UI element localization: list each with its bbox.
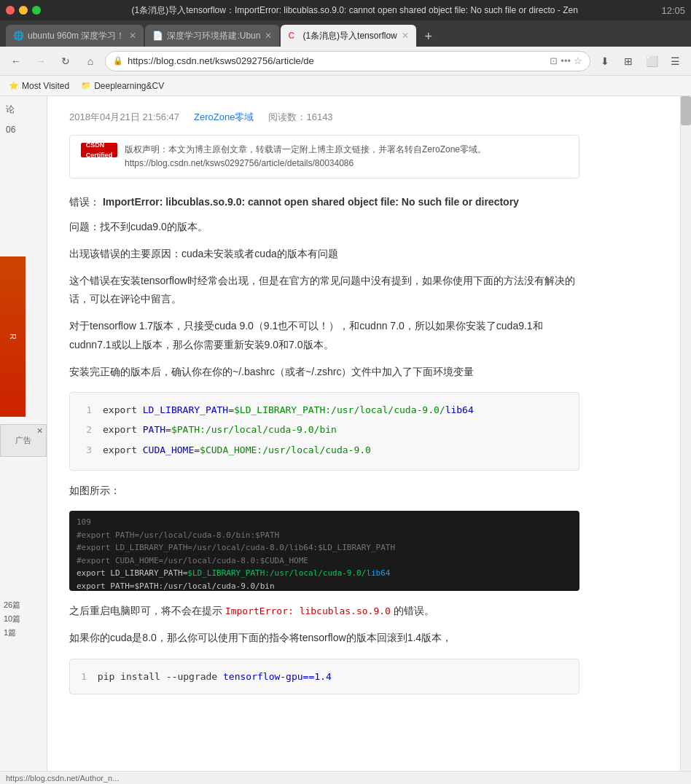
url-actions: ⊡ ••• ☆	[550, 55, 582, 66]
cause-paragraph: 出现该错误的主要原因：cuda未安装或者cuda的版本有问题	[69, 245, 579, 263]
code-line-2: 2 export PATH=$PATH:/usr/local/cuda-9.0/…	[81, 421, 568, 438]
sidebar-count-3: 1篇	[4, 627, 20, 638]
article-date: 2018年04月21日 21:56:47	[69, 111, 179, 124]
most-visited-icon: ⭐	[9, 81, 19, 90]
navbar-right-actions: ⬇ ⊞ ⬜ ☰	[595, 51, 685, 71]
sidebar-nav-element: R	[0, 256, 26, 417]
code-block-env: 1 export LD_LIBRARY_PATH=$LD_LIBRARY_PAT…	[69, 392, 579, 471]
minimize-button[interactable]	[19, 6, 28, 15]
url-bar[interactable]: 🔒 https://blog.csdn.net/ksws0292756/arti…	[105, 51, 590, 71]
copyright-text: 版权声明：本文为博主原创文章，转载请一定附上博主原文链接，并署名转自ZeroZo…	[125, 143, 568, 170]
code-line-content-1: export LD_LIBRARY_PATH=$LD_LIBRARY_PATH:…	[103, 401, 474, 418]
title-bar: (1条消息)导入tensorflow：ImportError: libcubla…	[0, 0, 691, 20]
tab-label-1: ubuntu 960m 深度学习！	[28, 30, 125, 42]
tab-label-2: 深度学习环境搭建:Ubun	[167, 30, 260, 42]
article-reads-label: 阅读数：16143	[268, 111, 332, 124]
csdn-logo: CSDNCertified	[81, 143, 117, 157]
content-area[interactable]: 2018年04月21日 21:56:47 ZeroZone零域 阅读数：1614…	[47, 96, 680, 784]
error-text: ImportError: libcublas.so.9.0: cannot op…	[103, 196, 519, 208]
code-line-content-3: export CUDA_HOME=$CUDA_HOME:/usr/local/c…	[103, 442, 371, 458]
ad-label: 广告	[15, 435, 31, 446]
para2: 对于tensorflow 1.7版本，只接受cuda 9.0（9.1也不可以！）…	[69, 317, 579, 353]
titlebar-time: 12:05	[661, 5, 685, 16]
copyright-box: CSDNCertified 版权声明：本文为博主原创文章，转载请一定附上博主原文…	[69, 135, 579, 179]
caption1: 如图所示：	[69, 482, 579, 500]
maximize-button[interactable]	[32, 6, 41, 15]
tab-deeplearning[interactable]: 📄 深度学习环境搭建:Ubun ✕	[145, 25, 279, 47]
tab-tensorflow[interactable]: C (1条消息)导入tensorflow ✕	[281, 25, 415, 47]
titlebar-actions: 12:05	[661, 5, 685, 16]
para4-end: 的错误。	[394, 605, 434, 616]
tab-label-3: (1条消息)导入tensorflow	[302, 30, 397, 42]
para1: 这个错误在安装tensorflow时经常会出现，但是在官方的常见问题中没有提到，…	[69, 272, 579, 308]
problem-label: 问题：找不到cuda9.0的版本。	[69, 221, 208, 232]
code-line-num-2: 2	[81, 421, 92, 438]
bottom-status-bar: https://blog.csdn.net/Author_n...	[0, 771, 691, 784]
tab-close-3[interactable]: ✕	[402, 31, 409, 41]
main-container: 论 06 R 广告 ✕ 26篇 10篇 1篇 is 1 2018年04月21日 …	[0, 96, 691, 784]
problem-paragraph: 问题：找不到cuda9.0的版本。	[69, 218, 579, 236]
tab-favicon-2: 📄	[152, 31, 163, 41]
code-line-1: 1 export LD_LIBRARY_PATH=$LD_LIBRARY_PAT…	[81, 401, 568, 418]
tab-close-2[interactable]: ✕	[265, 31, 272, 41]
article-reads-count: 16143	[306, 111, 332, 122]
menu-button[interactable]: ☰	[665, 51, 685, 71]
reader-icon[interactable]: ⊡	[550, 55, 558, 66]
most-visited-label: Most Visited	[22, 81, 69, 91]
refresh-button[interactable]: ↻	[55, 51, 76, 71]
article-author[interactable]: ZeroZone零域	[194, 111, 254, 124]
sidebar-nav-label: R	[9, 334, 17, 340]
scrollbar-thumb[interactable]	[681, 96, 691, 125]
folder-icon: 📁	[81, 81, 91, 90]
forward-button[interactable]: →	[31, 51, 51, 71]
code-line-content-2: export PATH=$PATH:/usr/local/cuda-9.0/bi…	[103, 421, 337, 438]
article-wrapper: 2018年04月21日 21:56:47 ZeroZone零域 阅读数：1614…	[47, 96, 601, 727]
pip-num: 1	[81, 668, 87, 685]
cause-label: 出现该错误的主要原因：cuda未安装或者cuda的版本有问题	[69, 248, 338, 259]
pip-line-1: 1 pip install --upgrade tensorflow-gpu==…	[81, 668, 568, 685]
tab-ubuntu[interactable]: 🌐 ubuntu 960m 深度学习！ ✕	[6, 25, 144, 47]
new-tab-button[interactable]: +	[418, 26, 440, 47]
more-icon[interactable]: •••	[561, 55, 571, 66]
sidebar-count-2: 10篇	[4, 614, 20, 624]
left-sidebar: 论 06 R 广告 ✕ 26篇 10篇 1篇 is 1	[0, 96, 47, 784]
bookmark-most-visited[interactable]: ⭐ Most Visited	[6, 79, 72, 93]
traffic-lights[interactable]	[6, 6, 41, 15]
back-button[interactable]: ←	[6, 51, 26, 71]
library-button[interactable]: ⊞	[618, 51, 639, 71]
bookmark-star-icon[interactable]: ☆	[574, 55, 582, 66]
pip-code-block: 1 pip install --upgrade tensorflow-gpu==…	[69, 659, 579, 694]
deeplearning-label: Deeplearning&CV	[94, 81, 164, 91]
terminal-line-7: export PATH=$PATH:/usr/local/cuda-9.0/bi…	[77, 581, 572, 592]
sidebar-count-1: 26篇	[4, 600, 20, 611]
window-title: (1条消息)导入tensorflow：ImportError: libcubla…	[48, 4, 661, 17]
terminal-screenshot: 109 #export PATH=/usr/local/cuda-8.0/bin…	[69, 511, 579, 591]
pip-package: tensorflow-gpu==1.4	[223, 671, 332, 682]
close-button[interactable]	[6, 6, 15, 15]
error-label: 错误：	[69, 196, 100, 208]
para4-container: 之后重启电脑即可，将不会在提示 ImportError: libcublas.s…	[69, 602, 579, 620]
ad-close-button[interactable]: ✕	[36, 426, 43, 436]
code-line-3: 3 export CUDA_HOME=$CUDA_HOME:/usr/local…	[81, 442, 568, 458]
status-url: https://blog.csdn.net/Author_n...	[6, 774, 119, 783]
tab-close-1[interactable]: ✕	[129, 31, 136, 41]
url-text: https://blog.csdn.net/ksws0292756/articl…	[128, 55, 545, 66]
sidebar-toggle[interactable]: ⬜	[641, 51, 662, 71]
code-line-num-1: 1	[81, 401, 92, 418]
terminal-line-3: #export LD_LIBRARY_PATH=/usr/local/cuda-…	[77, 542, 572, 554]
tab-bar: 🌐 ubuntu 960m 深度学习！ ✕ 📄 深度学习环境搭建:Ubun ✕ …	[0, 20, 691, 47]
sidebar-ad-box: 广告 ✕	[0, 424, 47, 457]
pip-cmd: pip install --upgrade tensorflow-gpu==1.…	[98, 668, 332, 685]
download-button[interactable]: ⬇	[595, 51, 615, 71]
terminal-line-2: #export PATH=/usr/local/cuda-8.0/bin:$PA…	[77, 530, 572, 542]
scrollbar-track[interactable]	[680, 96, 691, 784]
bookmark-deeplearning[interactable]: 📁 Deeplearning&CV	[78, 79, 167, 93]
home-button[interactable]: ⌂	[80, 51, 101, 71]
tab-favicon-3: C	[288, 31, 298, 41]
sidebar-text-lun: 论	[0, 96, 47, 123]
para3: 安装完正确的版本后，确认你在你的~/.bashrc（或者~/.zshrc）文件中…	[69, 363, 579, 381]
inline-code: ImportError: libcublas.so.9.0	[225, 605, 391, 616]
tab-favicon-1: 🌐	[13, 31, 23, 41]
terminal-line-6: export LD_LIBRARY_PATH=$LD_LIBRARY_PATH:…	[77, 568, 572, 580]
article-meta: 2018年04月21日 21:56:47 ZeroZone零域 阅读数：1614…	[69, 103, 579, 124]
